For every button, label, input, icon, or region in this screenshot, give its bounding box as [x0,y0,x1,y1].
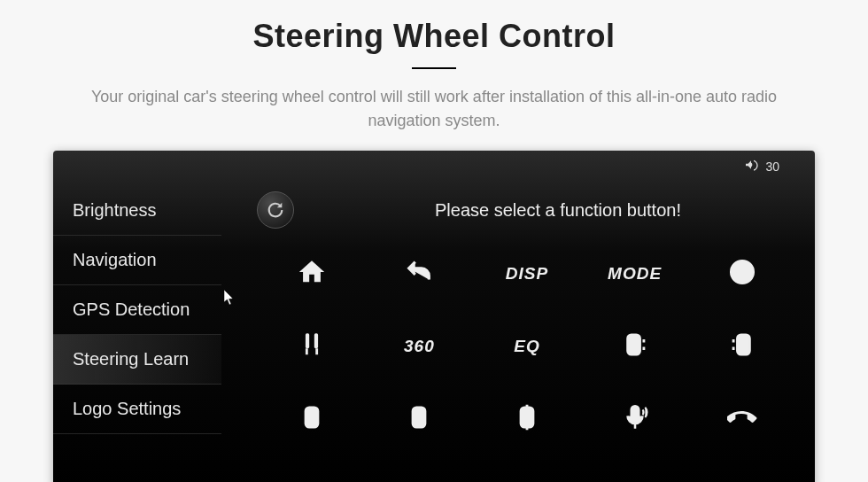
fn-back[interactable] [374,242,466,306]
fn-car-right[interactable] [589,315,681,378]
status-bar: 30 [744,158,779,175]
page-subtitle: Your original car's steering wheel contr… [0,85,868,151]
fn-aux[interactable] [266,315,358,378]
fn-car-left[interactable] [696,315,788,378]
device-screenshot: 30 Brightness Navigation GPS Detection S… [53,151,815,482]
car-left-icon [727,330,757,363]
mute-icon [727,257,757,291]
sidebar-item-brightness[interactable]: Brightness [53,186,221,236]
car1-icon [297,402,327,436]
function-grid: DISP MODE 360 [257,242,788,451]
sidebar-item-gps-detection[interactable]: GPS Detection [53,285,221,335]
volume-value: 30 [765,159,779,174]
fn-360[interactable]: 360 [374,315,466,378]
sidebar-item-logo-settings[interactable]: Logo Settings [53,385,221,434]
fn-home[interactable] [266,242,358,306]
fn-car-2[interactable] [374,387,466,451]
fn-mute[interactable] [696,242,788,306]
svg-rect-3 [627,335,639,355]
sidebar-item-steering-learn[interactable]: Steering Learn [53,335,221,385]
fn-disp[interactable]: DISP [481,242,573,306]
hangup-icon [727,402,757,436]
cursor-icon [223,289,237,310]
title-divider [412,67,456,69]
svg-rect-5 [306,408,318,428]
voice-icon [620,402,650,436]
car2-icon [404,402,434,436]
main-content: Please select a function button! DISP [221,183,815,482]
home-icon [297,257,327,291]
threesixty-label: 360 [404,337,435,356]
mode-label: MODE [608,264,662,284]
svg-point-6 [310,412,313,415]
svg-rect-4 [738,335,750,355]
page-title: Steering Wheel Control [0,0,868,55]
fn-car-1[interactable] [266,387,358,451]
back-icon [404,257,434,291]
fn-car-3[interactable] [481,387,573,451]
sidebar: Brightness Navigation GPS Detection Stee… [53,183,221,482]
disp-label: DISP [506,264,548,284]
svg-rect-9 [521,408,533,428]
screen-content: Brightness Navigation GPS Detection Stee… [53,183,815,482]
fn-voice[interactable] [589,387,681,451]
refresh-button[interactable] [257,191,294,229]
svg-rect-2 [314,333,318,348]
car-right-icon [620,330,650,363]
sidebar-item-navigation[interactable]: Navigation [53,236,221,285]
car3-icon [512,402,542,436]
fn-hangup[interactable] [696,387,788,451]
fn-eq[interactable]: EQ [481,315,573,378]
volume-icon [744,158,758,175]
svg-rect-7 [413,408,425,428]
eq-label: EQ [514,337,539,356]
fn-mode[interactable]: MODE [589,242,681,306]
svg-rect-1 [306,333,309,348]
prompt-text: Please select a function button! [257,188,788,242]
svg-point-8 [418,420,421,423]
aux-icon [297,330,327,363]
